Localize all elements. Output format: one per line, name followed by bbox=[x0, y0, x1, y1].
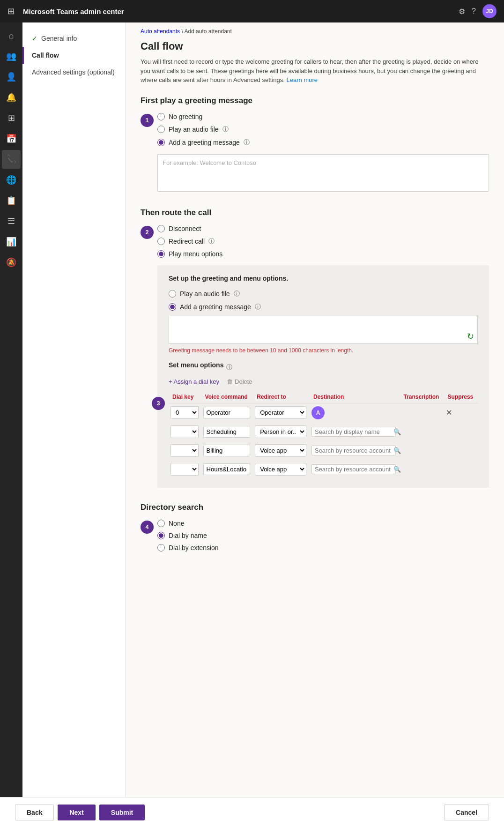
add-greeting-menu-info-icon[interactable]: ⓘ bbox=[255, 303, 261, 311]
redirect-to-select-1[interactable]: Person in or... bbox=[255, 425, 306, 438]
back-button[interactable]: Back bbox=[15, 805, 54, 820]
settings-icon[interactable]: ⚙ bbox=[459, 7, 465, 16]
help-icon[interactable]: ? bbox=[472, 7, 476, 15]
learn-more-link[interactable]: Learn more bbox=[286, 76, 317, 83]
play-audio-info-icon[interactable]: ⓘ bbox=[222, 125, 229, 134]
radio-disconnect[interactable]: Disconnect bbox=[157, 225, 489, 232]
cancel-button[interactable]: Cancel bbox=[444, 805, 489, 820]
remove-row-0-button[interactable]: ✕ bbox=[446, 408, 452, 417]
greeting-radio-group: No greeting Play an audio file ⓘ Add a g… bbox=[157, 113, 489, 147]
breadcrumb-parent[interactable]: Auto attendants bbox=[141, 28, 180, 35]
radio-no-greeting-input[interactable] bbox=[157, 113, 165, 120]
radio-no-greeting-label: No greeting bbox=[169, 113, 202, 120]
radio-redirect-call-input[interactable] bbox=[157, 238, 165, 245]
menu-table: Dial key Voice command Redirect to Desti… bbox=[169, 391, 478, 478]
grid-icon[interactable]: ⊞ bbox=[7, 6, 15, 16]
voice-command-input-2[interactable] bbox=[203, 445, 250, 456]
radio-play-audio-file-input[interactable] bbox=[157, 126, 165, 133]
radio-dial-by-extension[interactable]: Dial by extension bbox=[157, 544, 489, 551]
play-audio-menu-info-icon[interactable]: ⓘ bbox=[234, 290, 240, 298]
sidebar-icon-globe[interactable]: 🌐 bbox=[2, 171, 21, 189]
sidebar-icon-list[interactable]: ☰ bbox=[2, 212, 21, 231]
radio-play-audio-menu[interactable]: Play an audio file ⓘ bbox=[169, 290, 478, 298]
radio-none-input[interactable] bbox=[157, 520, 165, 527]
dial-key-select-1[interactable] bbox=[170, 425, 199, 438]
breadcrumb: Auto attendants \ Add auto attendant bbox=[126, 22, 504, 40]
sidebar-icon-apps[interactable]: ⊞ bbox=[2, 109, 21, 127]
col-voice-command: Voice command bbox=[201, 391, 253, 403]
redirect-to-select-0[interactable]: Operator bbox=[255, 406, 306, 419]
delete-button[interactable]: 🗑 Delete bbox=[227, 378, 252, 385]
sidebar-icon-chart[interactable]: 📊 bbox=[2, 232, 21, 251]
radio-add-greeting-menu[interactable]: Add a greeting message ⓘ bbox=[169, 303, 478, 311]
nav-label-advanced-settings: Advanced settings (optional) bbox=[32, 68, 115, 76]
sidebar-icon-users[interactable]: 👥 bbox=[2, 47, 21, 66]
sidebar-icon-bell[interactable]: 🔔 bbox=[2, 88, 21, 107]
voice-command-input-3[interactable] bbox=[203, 463, 250, 475]
assign-dial-key-button[interactable]: + Assign a dial key bbox=[169, 378, 219, 385]
submit-button[interactable]: Submit bbox=[99, 805, 145, 820]
dial-key-select-2[interactable] bbox=[170, 444, 199, 457]
operator-badge: A bbox=[311, 406, 325, 419]
search-icon-3: 🔍 bbox=[393, 466, 401, 473]
error-text: Greeting message needs to be between 10 … bbox=[169, 347, 478, 354]
menu-greeting-radio-group: Play an audio file ⓘ Add a greeting mess… bbox=[169, 290, 478, 311]
voice-command-input-0[interactable] bbox=[203, 407, 250, 418]
greeting-inner-textarea[interactable] bbox=[169, 316, 478, 344]
col-destination: Destination bbox=[310, 391, 400, 403]
redirect-to-select-2[interactable]: Voice app bbox=[255, 444, 306, 457]
next-button[interactable]: Next bbox=[58, 805, 95, 820]
radio-none[interactable]: None bbox=[157, 520, 489, 527]
dial-key-select-3[interactable] bbox=[170, 463, 199, 476]
radio-play-menu-label: Play menu options bbox=[169, 250, 222, 258]
radio-play-menu[interactable]: Play menu options bbox=[157, 250, 489, 258]
nav-item-advanced-settings[interactable]: Advanced settings (optional) bbox=[22, 64, 125, 81]
page-title: Call flow bbox=[141, 40, 489, 52]
radio-add-greeting-menu-label: Add a greeting message bbox=[180, 303, 251, 311]
radio-play-audio-menu-input[interactable] bbox=[169, 290, 176, 298]
voice-command-input-1[interactable] bbox=[203, 426, 250, 438]
radio-redirect-call-label: Redirect call bbox=[169, 238, 205, 245]
add-greeting-info-icon[interactable]: ⓘ bbox=[244, 138, 250, 147]
radio-disconnect-input[interactable] bbox=[157, 225, 165, 232]
bottom-bar: Back Next Submit Cancel bbox=[0, 797, 504, 827]
directory-radio-group: None Dial by name Dial by extension bbox=[157, 520, 489, 551]
destination-search-1[interactable] bbox=[315, 428, 393, 435]
table-row: 0 bbox=[169, 403, 478, 422]
sidebar-icon-notifications[interactable]: 🔕 bbox=[2, 253, 21, 272]
col-suppress: Suppress bbox=[444, 391, 478, 403]
destination-search-3[interactable] bbox=[315, 466, 393, 473]
radio-dial-by-name[interactable]: Dial by name bbox=[157, 532, 489, 539]
radio-play-audio-file[interactable]: Play an audio file ⓘ bbox=[157, 125, 489, 134]
radio-no-greeting[interactable]: No greeting bbox=[157, 113, 489, 120]
section-route-title: Then route the call bbox=[141, 208, 489, 217]
set-menu-options-title: Set menu options bbox=[169, 361, 223, 369]
radio-add-greeting-menu-input[interactable] bbox=[169, 303, 176, 311]
nav-item-general-info[interactable]: ✓ General info bbox=[22, 30, 125, 47]
radio-dial-by-extension-input[interactable] bbox=[157, 544, 165, 551]
menu-options-section: Set menu options ⓘ 3 bbox=[169, 361, 478, 478]
sidebar-icon-clipboard[interactable]: 📋 bbox=[2, 191, 21, 210]
set-menu-options-info-icon[interactable]: ⓘ bbox=[226, 363, 232, 372]
refresh-icon[interactable]: ↻ bbox=[467, 331, 474, 342]
nav-label-general-info: General info bbox=[41, 35, 77, 42]
sidebar-icon-calendar[interactable]: 📅 bbox=[2, 129, 21, 148]
radio-play-menu-input[interactable] bbox=[157, 250, 165, 258]
radio-redirect-call[interactable]: Redirect call ⓘ bbox=[157, 237, 489, 246]
greeting-textarea[interactable] bbox=[157, 154, 489, 192]
radio-dial-by-name-label: Dial by name bbox=[169, 532, 207, 539]
sidebar-icon-person[interactable]: 👤 bbox=[2, 67, 21, 86]
nav-item-call-flow[interactable]: Call flow bbox=[22, 47, 125, 64]
radio-add-greeting-input[interactable] bbox=[157, 139, 165, 146]
dial-key-select-0[interactable]: 0 bbox=[170, 406, 199, 419]
radio-dial-by-name-input[interactable] bbox=[157, 532, 165, 539]
radio-dial-by-extension-label: Dial by extension bbox=[169, 544, 219, 551]
destination-search-2[interactable] bbox=[315, 447, 393, 454]
redirect-call-info-icon[interactable]: ⓘ bbox=[208, 237, 215, 246]
sidebar-icon-home[interactable]: ⌂ bbox=[2, 26, 21, 45]
avatar[interactable]: JD bbox=[482, 4, 497, 18]
section-directory-title: Directory search bbox=[141, 503, 489, 512]
redirect-to-select-3[interactable]: Voice app bbox=[255, 463, 306, 476]
radio-add-greeting[interactable]: Add a greeting message ⓘ bbox=[157, 138, 489, 147]
sidebar-icon-phone[interactable]: 📞 bbox=[2, 150, 21, 169]
